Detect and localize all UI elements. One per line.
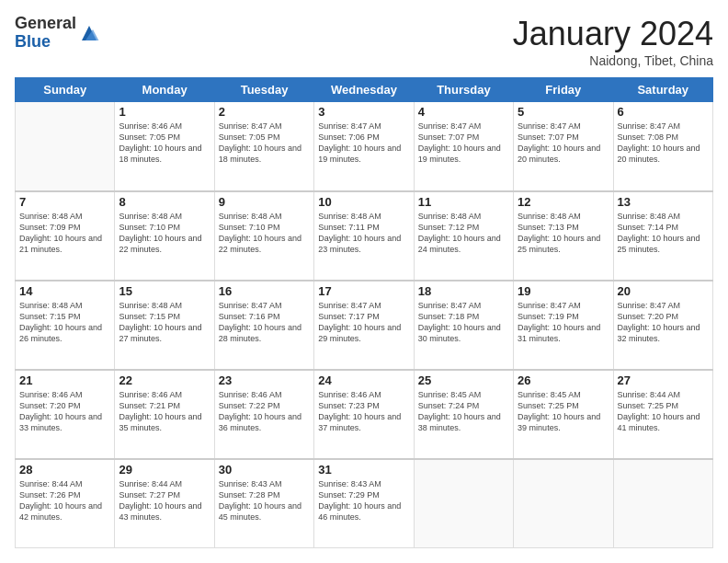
calendar-cell — [414, 459, 513, 548]
day-number: 14 — [19, 284, 110, 298]
calendar-week-row: 7Sunrise: 8:48 AMSunset: 7:09 PMDaylight… — [16, 191, 713, 281]
header: General Blue January 2024 Naidong, Tibet… — [15, 15, 713, 68]
calendar-header-sunday: Sunday — [16, 78, 115, 102]
calendar-cell: 25Sunrise: 8:45 AMSunset: 7:24 PMDayligh… — [414, 370, 513, 459]
calendar-cell: 11Sunrise: 8:48 AMSunset: 7:12 PMDayligh… — [414, 191, 513, 281]
day-number: 9 — [219, 195, 310, 209]
calendar-cell: 22Sunrise: 8:46 AMSunset: 7:21 PMDayligh… — [115, 370, 214, 459]
day-number: 27 — [618, 373, 709, 387]
day-info: Sunrise: 8:47 AMSunset: 7:05 PMDaylight:… — [219, 121, 310, 166]
day-number: 1 — [119, 105, 210, 119]
day-info: Sunrise: 8:46 AMSunset: 7:23 PMDaylight:… — [318, 389, 409, 434]
day-info: Sunrise: 8:44 AMSunset: 7:26 PMDaylight:… — [19, 478, 110, 523]
calendar-cell: 27Sunrise: 8:44 AMSunset: 7:25 PMDayligh… — [613, 370, 712, 459]
calendar-cell: 8Sunrise: 8:48 AMSunset: 7:10 PMDaylight… — [115, 191, 214, 281]
day-number: 28 — [19, 463, 110, 477]
day-info: Sunrise: 8:46 AMSunset: 7:20 PMDaylight:… — [19, 389, 110, 434]
day-info: Sunrise: 8:47 AMSunset: 7:08 PMDaylight:… — [618, 121, 709, 166]
logo: General Blue — [15, 15, 100, 52]
day-info: Sunrise: 8:47 AMSunset: 7:20 PMDaylight:… — [618, 300, 709, 345]
calendar-cell: 29Sunrise: 8:44 AMSunset: 7:27 PMDayligh… — [115, 459, 214, 548]
calendar-cell: 21Sunrise: 8:46 AMSunset: 7:20 PMDayligh… — [16, 370, 115, 459]
calendar-cell: 13Sunrise: 8:48 AMSunset: 7:14 PMDayligh… — [613, 191, 712, 281]
day-number: 21 — [19, 373, 110, 387]
calendar-header-saturday: Saturday — [613, 78, 712, 102]
calendar-cell: 6Sunrise: 8:47 AMSunset: 7:08 PMDaylight… — [613, 102, 712, 191]
logo-text: General Blue — [15, 15, 76, 52]
calendar-cell: 10Sunrise: 8:48 AMSunset: 7:11 PMDayligh… — [314, 191, 414, 281]
day-info: Sunrise: 8:43 AMSunset: 7:28 PMDaylight:… — [219, 478, 310, 523]
calendar-cell: 24Sunrise: 8:46 AMSunset: 7:23 PMDayligh… — [314, 370, 414, 459]
calendar-cell: 18Sunrise: 8:47 AMSunset: 7:18 PMDayligh… — [414, 281, 513, 370]
day-info: Sunrise: 8:43 AMSunset: 7:29 PMDaylight:… — [318, 478, 409, 523]
day-info: Sunrise: 8:47 AMSunset: 7:06 PMDaylight:… — [318, 121, 409, 166]
calendar-cell: 26Sunrise: 8:45 AMSunset: 7:25 PMDayligh… — [514, 370, 613, 459]
day-number: 8 — [119, 195, 210, 209]
calendar-cell — [514, 459, 613, 548]
calendar-cell: 3Sunrise: 8:47 AMSunset: 7:06 PMDaylight… — [314, 102, 414, 191]
day-info: Sunrise: 8:45 AMSunset: 7:24 PMDaylight:… — [418, 389, 509, 434]
day-info: Sunrise: 8:48 AMSunset: 7:11 PMDaylight:… — [318, 211, 409, 256]
day-number: 15 — [119, 284, 210, 298]
page: General Blue January 2024 Naidong, Tibet… — [0, 0, 728, 563]
calendar-cell: 30Sunrise: 8:43 AMSunset: 7:28 PMDayligh… — [214, 459, 313, 548]
day-number: 3 — [318, 105, 409, 119]
calendar-cell: 17Sunrise: 8:47 AMSunset: 7:17 PMDayligh… — [314, 281, 414, 370]
calendar-cell: 7Sunrise: 8:48 AMSunset: 7:09 PMDaylight… — [16, 191, 115, 281]
day-info: Sunrise: 8:48 AMSunset: 7:12 PMDaylight:… — [418, 211, 509, 256]
day-number: 24 — [318, 373, 409, 387]
day-info: Sunrise: 8:46 AMSunset: 7:05 PMDaylight:… — [119, 121, 210, 166]
calendar-header-wednesday: Wednesday — [314, 78, 414, 102]
calendar-header-thursday: Thursday — [414, 78, 513, 102]
day-number: 20 — [618, 284, 709, 298]
logo-general: General — [15, 14, 76, 32]
calendar-header-friday: Friday — [514, 78, 613, 102]
calendar-cell: 2Sunrise: 8:47 AMSunset: 7:05 PMDaylight… — [214, 102, 313, 191]
day-number: 30 — [219, 463, 310, 477]
day-number: 10 — [318, 195, 409, 209]
calendar-cell: 15Sunrise: 8:48 AMSunset: 7:15 PMDayligh… — [115, 281, 214, 370]
calendar-week-row: 21Sunrise: 8:46 AMSunset: 7:20 PMDayligh… — [16, 370, 713, 459]
calendar-cell: 14Sunrise: 8:48 AMSunset: 7:15 PMDayligh… — [16, 281, 115, 370]
day-info: Sunrise: 8:48 AMSunset: 7:15 PMDaylight:… — [119, 300, 210, 345]
day-info: Sunrise: 8:48 AMSunset: 7:09 PMDaylight:… — [19, 211, 110, 256]
day-number: 22 — [119, 373, 210, 387]
month-title: January 2024 — [513, 15, 713, 53]
day-info: Sunrise: 8:47 AMSunset: 7:18 PMDaylight:… — [418, 300, 509, 345]
day-info: Sunrise: 8:46 AMSunset: 7:21 PMDaylight:… — [119, 389, 210, 434]
day-info: Sunrise: 8:47 AMSunset: 7:07 PMDaylight:… — [518, 121, 609, 166]
logo-blue: Blue — [15, 32, 51, 51]
day-number: 4 — [418, 105, 509, 119]
day-info: Sunrise: 8:47 AMSunset: 7:07 PMDaylight:… — [418, 121, 509, 166]
day-info: Sunrise: 8:48 AMSunset: 7:15 PMDaylight:… — [19, 300, 110, 345]
day-number: 26 — [518, 373, 609, 387]
day-number: 6 — [618, 105, 709, 119]
day-number: 12 — [518, 195, 609, 209]
day-info: Sunrise: 8:44 AMSunset: 7:25 PMDaylight:… — [618, 389, 709, 434]
calendar-cell — [16, 102, 115, 191]
calendar-header-monday: Monday — [115, 78, 214, 102]
day-info: Sunrise: 8:47 AMSunset: 7:16 PMDaylight:… — [219, 300, 310, 345]
calendar-cell: 28Sunrise: 8:44 AMSunset: 7:26 PMDayligh… — [16, 459, 115, 548]
calendar-cell: 5Sunrise: 8:47 AMSunset: 7:07 PMDaylight… — [514, 102, 613, 191]
calendar-cell: 23Sunrise: 8:46 AMSunset: 7:22 PMDayligh… — [214, 370, 313, 459]
calendar-cell: 4Sunrise: 8:47 AMSunset: 7:07 PMDaylight… — [414, 102, 513, 191]
day-number: 17 — [318, 284, 409, 298]
calendar-cell: 12Sunrise: 8:48 AMSunset: 7:13 PMDayligh… — [514, 191, 613, 281]
day-number: 13 — [618, 195, 709, 209]
day-info: Sunrise: 8:48 AMSunset: 7:13 PMDaylight:… — [518, 211, 609, 256]
calendar-table: SundayMondayTuesdayWednesdayThursdayFrid… — [15, 77, 713, 548]
calendar-cell: 20Sunrise: 8:47 AMSunset: 7:20 PMDayligh… — [613, 281, 712, 370]
day-number: 18 — [418, 284, 509, 298]
calendar-cell — [613, 459, 712, 548]
calendar-cell: 31Sunrise: 8:43 AMSunset: 7:29 PMDayligh… — [314, 459, 414, 548]
calendar-cell: 19Sunrise: 8:47 AMSunset: 7:19 PMDayligh… — [514, 281, 613, 370]
calendar-header-row: SundayMondayTuesdayWednesdayThursdayFrid… — [16, 78, 713, 102]
day-info: Sunrise: 8:47 AMSunset: 7:17 PMDaylight:… — [318, 300, 409, 345]
day-number: 19 — [518, 284, 609, 298]
day-number: 31 — [318, 463, 409, 477]
logo-icon — [78, 22, 100, 44]
day-number: 16 — [219, 284, 310, 298]
day-info: Sunrise: 8:44 AMSunset: 7:27 PMDaylight:… — [119, 478, 210, 523]
title-block: January 2024 Naidong, Tibet, China — [513, 15, 713, 68]
